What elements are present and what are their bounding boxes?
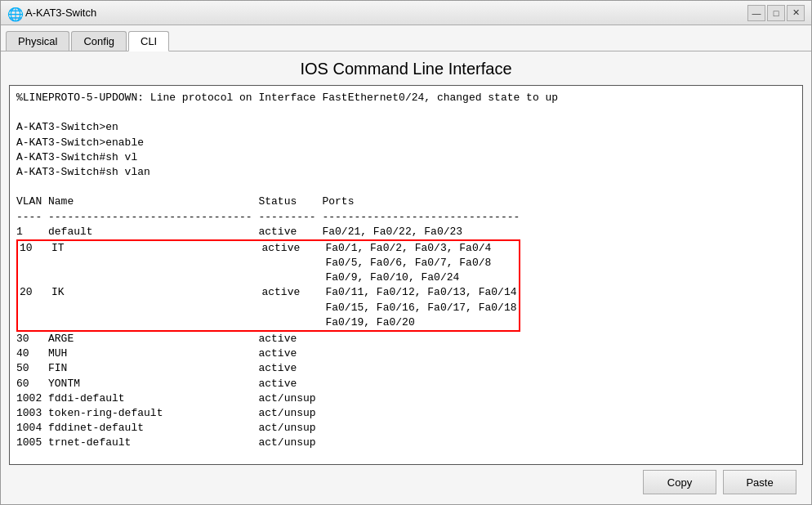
terminal-wrapper: %LINEPROTO-5-UPDOWN: Line protocol on In… — [9, 85, 803, 465]
window-title: A-KAT3-Switch — [25, 7, 96, 19]
title-bar-controls: — □ ✕ — [747, 5, 805, 21]
title-bar-left: 🌐 A-KAT3-Switch — [7, 7, 96, 20]
copy-button[interactable]: Copy — [643, 470, 716, 494]
tab-physical[interactable]: Physical — [6, 31, 69, 51]
terminal-content[interactable]: %LINEPROTO-5-UPDOWN: Line protocol on In… — [10, 86, 802, 464]
title-bar: 🌐 A-KAT3-Switch — □ ✕ — [1, 1, 811, 25]
tab-cli[interactable]: CLI — [128, 31, 169, 51]
tab-config[interactable]: Config — [71, 31, 127, 51]
main-area: IOS Command Line Interface %LINEPROTO-5-… — [1, 51, 811, 505]
minimize-button[interactable]: — — [747, 5, 765, 21]
close-button[interactable]: ✕ — [787, 5, 805, 21]
tab-bar: Physical Config CLI — [1, 25, 811, 51]
app-icon: 🌐 — [7, 7, 20, 20]
paste-button[interactable]: Paste — [723, 470, 796, 494]
page-title: IOS Command Line Interface — [9, 60, 803, 78]
maximize-button[interactable]: □ — [767, 5, 785, 21]
bottom-bar: Copy Paste — [9, 465, 803, 498]
